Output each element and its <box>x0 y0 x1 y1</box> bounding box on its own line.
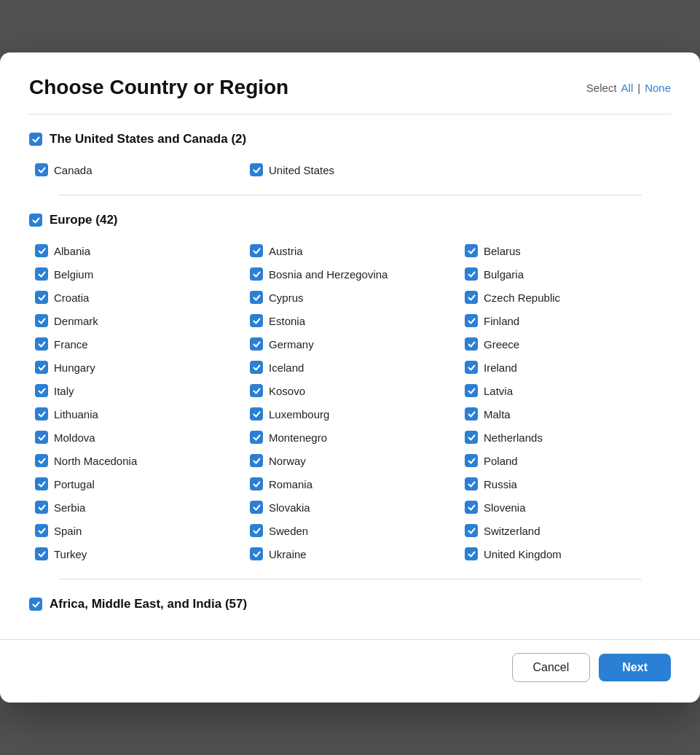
country-checkbox[interactable] <box>465 267 478 281</box>
country-checkbox[interactable] <box>35 477 48 490</box>
list-item: Portugal <box>32 474 241 494</box>
canada-checkbox[interactable] <box>35 163 48 176</box>
country-name: Lithuania <box>54 408 98 420</box>
country-checkbox[interactable] <box>35 454 48 467</box>
country-checkbox[interactable] <box>250 431 263 444</box>
country-name: Estonia <box>269 315 305 327</box>
section-africa-checkbox[interactable] <box>29 598 42 611</box>
country-checkbox[interactable] <box>250 407 263 420</box>
list-item: Finland <box>462 310 671 331</box>
country-checkbox[interactable] <box>250 477 263 490</box>
modal-overlay: Choose Country or Region Select All | No… <box>0 0 700 755</box>
next-button[interactable]: Next <box>599 654 671 681</box>
country-checkbox[interactable] <box>250 501 263 514</box>
country-checkbox[interactable] <box>250 361 263 374</box>
country-name: Spain <box>54 525 82 537</box>
list-item: Belgium <box>32 264 241 284</box>
country-checkbox[interactable] <box>35 431 48 444</box>
country-checkbox[interactable] <box>465 291 478 304</box>
country-checkbox[interactable] <box>465 384 478 397</box>
section-europe-title: Europe (42) <box>50 213 118 227</box>
cancel-button[interactable]: Cancel <box>512 653 591 682</box>
country-checkbox[interactable] <box>35 384 48 397</box>
country-name: Belgium <box>54 268 93 281</box>
list-item: Malta <box>462 404 671 424</box>
country-checkbox[interactable] <box>465 244 478 257</box>
list-item: Bulgaria <box>462 264 671 284</box>
list-item: Bosnia and Herzegovina <box>247 264 456 284</box>
country-name: Slovenia <box>484 501 526 514</box>
list-item: Lithuania <box>32 404 241 424</box>
country-name: Bosnia and Herzegovina <box>269 268 388 281</box>
country-checkbox[interactable] <box>35 314 48 327</box>
list-item: United States <box>247 160 456 180</box>
list-item: Netherlands <box>462 427 671 447</box>
list-item: Montenegro <box>247 427 456 447</box>
country-name: United Kingdom <box>484 548 562 560</box>
country-checkbox[interactable] <box>250 244 263 257</box>
country-name: Italy <box>54 385 74 397</box>
country-checkbox[interactable] <box>250 267 263 281</box>
country-name: Slovakia <box>269 501 310 514</box>
list-item: Sweden <box>247 520 456 541</box>
country-name: Ireland <box>484 361 517 374</box>
list-item: Italy <box>32 380 241 401</box>
country-checkbox[interactable] <box>35 407 48 420</box>
country-checkbox[interactable] <box>465 454 478 467</box>
list-item: Serbia <box>32 497 241 517</box>
country-checkbox[interactable] <box>465 524 478 537</box>
country-checkbox[interactable] <box>465 431 478 444</box>
modal-footer: Cancel Next <box>0 639 700 703</box>
country-name: Austria <box>269 245 303 257</box>
country-checkbox[interactable] <box>35 244 48 257</box>
country-checkbox[interactable] <box>250 524 263 537</box>
country-checkbox[interactable] <box>250 384 263 397</box>
section-africa: Africa, Middle East, and India (57) <box>29 579 671 639</box>
list-item: France <box>32 334 241 354</box>
list-item: Russia <box>462 474 671 494</box>
list-item: Slovenia <box>462 497 671 517</box>
country-name: Montenegro <box>269 431 327 444</box>
country-checkbox[interactable] <box>250 454 263 467</box>
section-europe-checkbox[interactable] <box>29 214 42 227</box>
country-checkbox[interactable] <box>465 337 478 351</box>
country-name: Turkey <box>54 548 87 560</box>
list-item: Switzerland <box>462 520 671 541</box>
country-checkbox[interactable] <box>35 524 48 537</box>
country-checkbox[interactable] <box>35 267 48 281</box>
country-checkbox[interactable] <box>465 547 478 560</box>
list-item: Romania <box>247 474 456 494</box>
country-checkbox[interactable] <box>250 337 263 351</box>
us-canada-country-grid: Canada United States <box>29 160 671 180</box>
country-checkbox[interactable] <box>465 314 478 327</box>
country-name: Bulgaria <box>484 268 524 281</box>
list-item: Ireland <box>462 357 671 378</box>
united-states-checkbox[interactable] <box>250 163 263 176</box>
select-all-link[interactable]: All <box>621 82 634 94</box>
list-item: Germany <box>247 334 456 354</box>
country-name: Kosovo <box>269 385 305 397</box>
country-checkbox[interactable] <box>35 501 48 514</box>
section-us-canada-title: The United States and Canada (2) <box>50 132 246 146</box>
country-checkbox[interactable] <box>465 501 478 514</box>
section-africa-title: Africa, Middle East, and India (57) <box>50 597 247 611</box>
country-checkbox[interactable] <box>35 291 48 304</box>
country-checkbox[interactable] <box>35 337 48 351</box>
country-checkbox[interactable] <box>465 477 478 490</box>
country-checkbox[interactable] <box>35 547 48 560</box>
select-none-link[interactable]: None <box>645 82 671 94</box>
country-checkbox[interactable] <box>465 361 478 374</box>
modal-header: Choose Country or Region Select All | No… <box>0 52 700 114</box>
section-us-canada-checkbox[interactable] <box>29 133 42 146</box>
country-checkbox[interactable] <box>250 291 263 304</box>
list-item: Croatia <box>32 287 241 308</box>
country-name: Cyprus <box>269 292 304 304</box>
country-name: Denmark <box>54 315 98 327</box>
country-checkbox[interactable] <box>465 407 478 420</box>
country-name: Netherlands <box>484 431 543 444</box>
country-name: Moldova <box>54 431 95 444</box>
country-checkbox[interactable] <box>250 547 263 560</box>
country-checkbox[interactable] <box>250 314 263 327</box>
country-checkbox[interactable] <box>35 361 48 374</box>
modal: Choose Country or Region Select All | No… <box>0 52 700 703</box>
